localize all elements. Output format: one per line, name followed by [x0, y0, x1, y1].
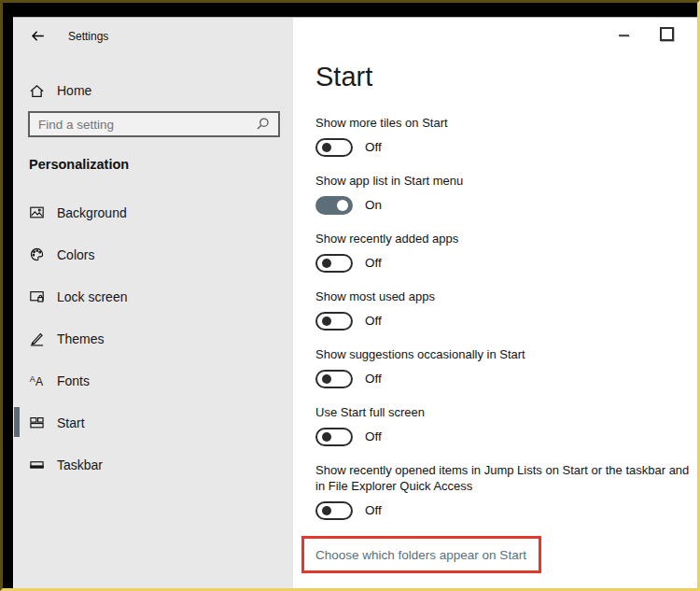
toggle-state-label: Off: [365, 256, 382, 270]
sidebar-item-lock-screen[interactable]: Lock screen: [14, 275, 293, 317]
toggle-show-more-tiles-on-start[interactable]: [315, 138, 353, 157]
setting-row: Use Start full screen Off: [315, 404, 690, 446]
themes-brush-icon: [29, 331, 45, 346]
screenshot-frame: Settings Home: [0, 0, 700, 591]
toggle-state-label: Off: [365, 429, 382, 443]
setting-row: Show app list in Start menu On: [315, 173, 690, 215]
search-input[interactable]: [30, 118, 255, 132]
toggle-state-label: Off: [365, 140, 382, 154]
setting-row: Show most used apps Off: [315, 288, 690, 331]
search-icon: [255, 117, 271, 133]
setting-label: Show recently added apps: [315, 231, 690, 246]
sidebar-nav: Background Colors Lock screen Themes: [14, 191, 293, 485]
sidebar: Settings Home: [14, 18, 293, 588]
toggle-state-label: On: [365, 198, 382, 212]
sidebar-item-label: Home: [57, 83, 91, 98]
page-title: Start: [315, 61, 690, 92]
sidebar-item-fonts[interactable]: AA Fonts: [14, 359, 293, 401]
search-box[interactable]: [28, 111, 280, 137]
main-content: Start Show more tiles on Start Off Show …: [293, 18, 697, 588]
colors-palette-icon: [29, 246, 45, 262]
toggle-knob: [322, 374, 331, 384]
setting-row: Show suggestions occasionally in Start O…: [315, 346, 690, 388]
toggle-knob: [322, 317, 331, 326]
setting-label: Show suggestions occasionally in Start: [315, 346, 690, 362]
back-arrow-icon: [30, 28, 46, 44]
setting-row: Show recently added apps Off: [315, 231, 690, 273]
toggle-show-recently-added-apps[interactable]: [315, 254, 353, 273]
toggle-show-app-list-in-start-menu[interactable]: [315, 196, 353, 215]
toggle-knob: [322, 506, 331, 515]
toggle-state-label: Off: [365, 372, 382, 386]
toggle-show-suggestions-occasionally-in-start[interactable]: [315, 370, 353, 388]
toggle-knob: [322, 143, 331, 152]
setting-row: Show recently opened items in Jump Lists…: [315, 462, 690, 520]
setting-label: Use Start full screen: [315, 404, 690, 420]
setting-label: Show most used apps: [315, 288, 690, 304]
setting-label: Show recently opened items in Jump Lists…: [315, 462, 690, 494]
home-icon: [29, 83, 45, 99]
back-button[interactable]: [28, 26, 47, 45]
sidebar-item-start[interactable]: Start: [14, 401, 293, 443]
toggle-knob: [322, 432, 331, 442]
lock-screen-icon: [29, 288, 45, 304]
toggle-show-recently-opened-items-in-jump-lists[interactable]: [315, 501, 353, 520]
start-tiles-icon: [29, 415, 45, 430]
setting-label: Show more tiles on Start: [315, 115, 690, 131]
sidebar-item-home[interactable]: Home: [29, 75, 91, 106]
setting-label: Show app list in Start menu: [315, 173, 690, 189]
maximize-button[interactable]: [660, 27, 674, 41]
choose-folders-link[interactable]: Choose which folders appear on Start: [304, 548, 526, 562]
toggle-knob: [337, 200, 348, 211]
section-title: Personalization: [29, 157, 129, 172]
app-title: Settings: [68, 30, 108, 43]
sidebar-item-background[interactable]: Background: [14, 191, 293, 233]
toggle-state-label: Off: [365, 503, 382, 517]
red-highlight-box: Choose which folders appear on Start: [301, 536, 541, 573]
taskbar-icon: [29, 457, 45, 472]
settings-list: Show more tiles on Start Off Show app li…: [315, 115, 690, 520]
svg-text:A: A: [35, 375, 44, 388]
sidebar-item-themes[interactable]: Themes: [14, 317, 293, 359]
fonts-icon: AA: [29, 373, 45, 388]
toggle-use-start-full-screen[interactable]: [315, 428, 353, 446]
svg-text:A: A: [30, 374, 35, 384]
setting-row: Show more tiles on Start Off: [315, 115, 690, 157]
toggle-state-label: Off: [365, 314, 382, 328]
toggle-show-most-used-apps[interactable]: [315, 312, 353, 331]
toggle-knob: [322, 259, 331, 268]
sidebar-item-colors[interactable]: Colors: [14, 233, 293, 275]
sidebar-item-taskbar[interactable]: Taskbar: [14, 443, 293, 485]
minimize-button[interactable]: [619, 35, 629, 36]
settings-window: Settings Home: [13, 17, 697, 588]
background-image-icon: [29, 204, 45, 220]
